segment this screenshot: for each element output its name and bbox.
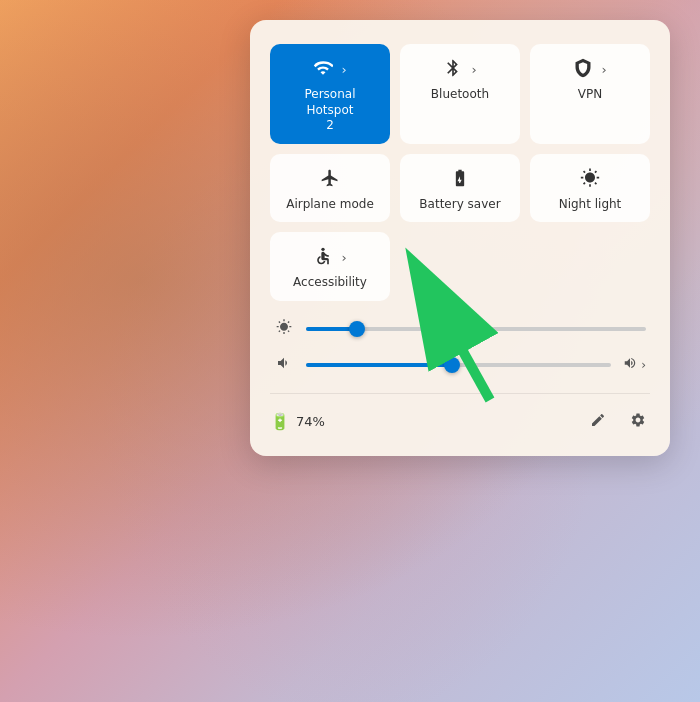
battery-saver-icon (449, 168, 471, 191)
hotspot-label: Personal Hotspot 2 (280, 87, 380, 134)
accessibility-icon (313, 246, 333, 269)
hotspot-chevron: › (341, 62, 346, 77)
footer-actions (586, 408, 650, 436)
brightness-track[interactable] (306, 327, 646, 331)
night-light-label: Night light (559, 197, 622, 213)
sliders-section: › (270, 319, 650, 375)
bluetooth-chevron: › (471, 62, 476, 77)
brightness-slider-row (274, 319, 646, 339)
brightness-icon (274, 319, 294, 339)
tile-icon-row-bluetooth: › (410, 58, 510, 81)
brightness-thumb[interactable] (349, 321, 365, 337)
wifi-icon (313, 58, 333, 81)
accessibility-label: Accessibility (293, 275, 367, 291)
vpn-label: VPN (578, 87, 602, 103)
volume-icon (274, 355, 294, 375)
airplane-icon (320, 168, 340, 191)
tile-icon-row-night-light (540, 168, 640, 191)
tile-airplane-mode[interactable]: Airplane mode (270, 154, 390, 223)
tiles-row-1: › Personal Hotspot 2 › Bluetooth (270, 44, 650, 144)
tiles-row-3: › Accessibility (270, 232, 650, 301)
tile-icon-row-vpn: › (540, 58, 640, 81)
volume-slider-row: › (274, 355, 646, 375)
airplane-label: Airplane mode (286, 197, 374, 213)
vpn-chevron: › (601, 62, 606, 77)
volume-chevron[interactable]: › (641, 358, 646, 372)
tile-personal-hotspot[interactable]: › Personal Hotspot 2 (270, 44, 390, 144)
battery-percent: 74% (296, 414, 325, 429)
battery-icon: 🔋 (270, 412, 290, 431)
tile-night-light[interactable]: Night light (530, 154, 650, 223)
settings-button[interactable] (626, 408, 650, 436)
tile-vpn[interactable]: › VPN (530, 44, 650, 144)
volume-settings-icon (623, 356, 637, 373)
volume-track[interactable] (306, 363, 611, 367)
tile-accessibility[interactable]: › Accessibility (270, 232, 390, 301)
tile-icon-row-hotspot: › (280, 58, 380, 81)
tile-battery-saver[interactable]: Battery saver (400, 154, 520, 223)
empty-tile-2 (530, 232, 650, 301)
volume-thumb[interactable] (444, 357, 460, 373)
svg-point-0 (322, 248, 325, 251)
empty-tile-1 (400, 232, 520, 301)
battery-info: 🔋 74% (270, 412, 586, 431)
tile-bluetooth[interactable]: › Bluetooth (400, 44, 520, 144)
tile-icon-row-battery-saver (410, 168, 510, 191)
shield-icon (573, 58, 593, 81)
volume-fill (306, 363, 452, 367)
tile-icon-row-airplane (280, 168, 380, 191)
quick-settings-panel: › Personal Hotspot 2 › Bluetooth (250, 20, 670, 456)
bluetooth-label: Bluetooth (431, 87, 489, 103)
footer: 🔋 74% (270, 393, 650, 436)
tiles-row-2: Airplane mode Battery saver (270, 154, 650, 223)
edit-button[interactable] (586, 408, 610, 436)
accessibility-chevron: › (341, 250, 346, 265)
bluetooth-icon (443, 58, 463, 81)
night-light-icon (580, 168, 600, 191)
volume-extra: › (623, 356, 646, 373)
tile-icon-row-accessibility: › (280, 246, 380, 269)
battery-saver-label: Battery saver (419, 197, 500, 213)
